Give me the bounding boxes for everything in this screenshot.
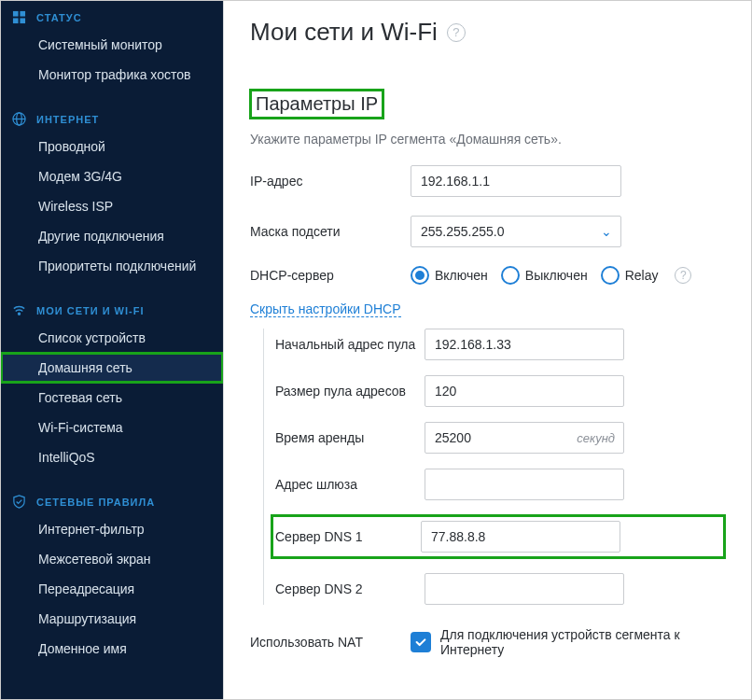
svg-point-7 <box>18 313 20 315</box>
dhcp-radio-relay-label: Relay <box>625 268 659 283</box>
radio-icon <box>601 266 620 285</box>
sidebar-group-header-networks[interactable]: МОИ СЕТИ И WI-FI <box>1 298 223 323</box>
sidebar-item-port-forwarding[interactable]: Переадресация <box>1 574 223 604</box>
dns2-input[interactable] <box>425 573 624 605</box>
main-content: Мои сети и Wi-Fi ? Параметры IP Укажите … <box>223 1 751 699</box>
sidebar-item-priorities[interactable]: Приоритеты подключений <box>1 251 223 281</box>
use-nat-label: Использовать NAT <box>250 635 411 650</box>
wifi-icon <box>10 303 27 317</box>
section-description: Укажите параметры IP сегмента «Домашняя … <box>250 132 725 147</box>
gateway-label: Адрес шлюза <box>275 477 425 492</box>
sidebar-item-traffic-monitor[interactable]: Монитор трафика хостов <box>1 60 223 90</box>
dhcp-server-label: DHCP-сервер <box>250 268 411 283</box>
help-icon[interactable]: ? <box>675 267 691 284</box>
sidebar-group-label: МОИ СЕТИ И WI-FI <box>36 305 144 316</box>
pool-size-label: Размер пула адресов <box>275 384 425 399</box>
shield-icon <box>10 495 27 509</box>
toggle-dhcp-settings-link[interactable]: Скрыть настройки DHCP <box>250 301 401 317</box>
dhcp-radio-group: Включен Выключен Relay ? <box>411 266 691 285</box>
dns1-label: Сервер DNS 1 <box>272 529 421 544</box>
subnet-mask-label: Маска подсети <box>250 224 411 239</box>
dhcp-radio-off[interactable]: Выключен <box>501 266 592 285</box>
use-nat-checkbox[interactable] <box>411 632 431 652</box>
subnet-mask-select[interactable]: 255.255.255.0 ⌄ <box>411 216 621 247</box>
ip-address-label: IP-адрес <box>250 174 411 189</box>
pool-size-input[interactable] <box>425 375 624 407</box>
help-icon[interactable]: ? <box>447 23 466 42</box>
sidebar-group-label: СТАТУС <box>36 12 82 23</box>
sidebar-item-intelliqos[interactable]: IntelliQoS <box>1 442 223 472</box>
svg-rect-2 <box>12 18 18 23</box>
row-subnet-mask: Маска подсети 255.255.255.0 ⌄ <box>250 216 725 247</box>
radio-icon <box>501 266 520 285</box>
row-pool-start: Начальный адрес пула <box>275 329 725 360</box>
pool-start-input[interactable] <box>425 329 624 360</box>
lease-time-label: Время аренды <box>275 430 425 445</box>
use-nat-description: Для подключения устройств сегмента к Инт… <box>440 627 725 657</box>
dhcp-settings-block: Начальный адрес пула Размер пула адресов… <box>263 329 725 605</box>
sidebar-item-wireless-isp[interactable]: Wireless ISP <box>1 191 223 221</box>
dhcp-radio-relay[interactable]: Relay <box>601 266 662 285</box>
sidebar-item-guest-network[interactable]: Гостевая сеть <box>1 383 223 413</box>
dns1-input[interactable] <box>421 521 620 553</box>
row-dns2: Сервер DNS 2 <box>275 573 725 605</box>
section-title: Параметры IP <box>250 90 383 119</box>
row-use-nat: Использовать NAT Для подключения устройс… <box>250 627 725 657</box>
sidebar-group-header-rules[interactable]: СЕТЕВЫЕ ПРАВИЛА <box>1 489 223 514</box>
sidebar-group-header-internet[interactable]: ИНТЕРНЕТ <box>1 106 223 132</box>
sidebar-group-label: СЕТЕВЫЕ ПРАВИЛА <box>36 497 155 508</box>
sidebar-item-domain-name[interactable]: Доменное имя <box>1 634 223 664</box>
gateway-input[interactable] <box>425 469 624 500</box>
sidebar-item-device-list[interactable]: Список устройств <box>1 323 223 353</box>
sidebar-item-internet-filter[interactable]: Интернет-фильтр <box>1 514 223 544</box>
dhcp-radio-on-label: Включен <box>435 268 488 283</box>
svg-rect-0 <box>12 11 18 17</box>
sidebar-group-label: ИНТЕРНЕТ <box>36 114 99 125</box>
sidebar-item-wifi-system[interactable]: Wi-Fi-система <box>1 413 223 442</box>
radio-icon <box>411 266 429 285</box>
sidebar-item-other-connections[interactable]: Другие подключения <box>1 221 223 251</box>
globe-icon <box>10 112 27 126</box>
sidebar-item-firewall[interactable]: Межсетевой экран <box>1 544 223 574</box>
sidebar-item-system-monitor[interactable]: Системный монитор <box>1 30 223 60</box>
svg-rect-3 <box>20 18 25 23</box>
pool-start-label: Начальный адрес пула <box>275 337 425 352</box>
sidebar-item-routing[interactable]: Маршрутизация <box>1 604 223 634</box>
lease-time-input[interactable] <box>425 422 624 454</box>
subnet-mask-value: 255.255.255.0 <box>421 224 505 239</box>
check-icon <box>414 636 427 649</box>
dhcp-radio-on[interactable]: Включен <box>411 266 492 285</box>
row-dns1: Сервер DNS 1 <box>272 515 725 558</box>
row-pool-size: Размер пула адресов <box>275 375 725 407</box>
ip-parameters-section: Параметры IP Укажите параметры IP сегмен… <box>224 90 751 657</box>
page-title: Мои сети и Wi-Fi <box>250 18 438 47</box>
dashboard-icon <box>10 10 27 24</box>
row-lease-time: Время аренды секунд <box>275 422 725 454</box>
sidebar-item-home-network[interactable]: Домашняя сеть <box>1 353 223 383</box>
row-gateway: Адрес шлюза <box>275 469 725 500</box>
dhcp-radio-off-label: Выключен <box>525 268 588 283</box>
svg-rect-1 <box>20 11 25 17</box>
sidebar-item-modem[interactable]: Модем 3G/4G <box>1 161 223 191</box>
ip-address-input[interactable] <box>411 165 621 197</box>
dns2-label: Сервер DNS 2 <box>275 581 425 596</box>
row-ip-address: IP-адрес <box>250 165 725 197</box>
row-dhcp-server: DHCP-сервер Включен Выключен Relay ? <box>250 266 725 285</box>
sidebar-item-wired[interactable]: Проводной <box>1 132 223 161</box>
sidebar-group-header-status[interactable]: СТАТУС <box>1 5 223 30</box>
page-title-row: Мои сети и Wi-Fi ? <box>224 1 751 56</box>
sidebar: СТАТУС Системный монитор Монитор трафика… <box>1 1 223 699</box>
